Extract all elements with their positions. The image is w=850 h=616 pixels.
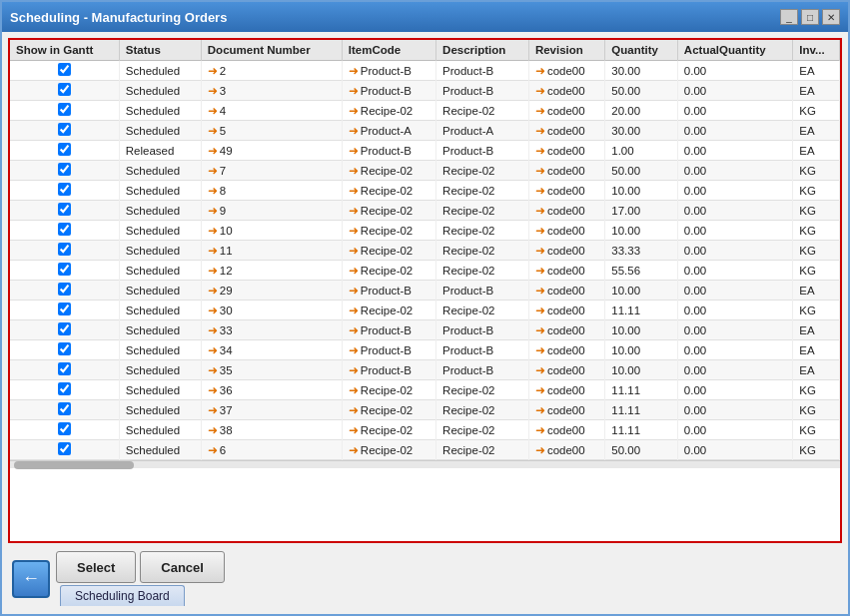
inv-cell: KG bbox=[793, 261, 840, 281]
arrow-icon: ➜ bbox=[535, 265, 545, 277]
show-in-gantt-cell bbox=[10, 440, 119, 460]
quantity-cell: 10.00 bbox=[605, 181, 678, 201]
revision-cell: ➜code00 bbox=[528, 241, 604, 261]
revision-cell: ➜code00 bbox=[528, 181, 604, 201]
gantt-checkbox[interactable] bbox=[58, 83, 71, 96]
arrow-icon: ➜ bbox=[349, 245, 359, 257]
table-row: Released➜49➜Product-BProduct-B➜code001.0… bbox=[10, 141, 840, 161]
doc-number-cell: ➜49 bbox=[201, 141, 342, 161]
quantity-cell: 10.00 bbox=[605, 360, 678, 380]
inv-cell: KG bbox=[793, 181, 840, 201]
inv-cell: KG bbox=[793, 161, 840, 181]
gantt-checkbox[interactable] bbox=[58, 123, 71, 136]
inv-cell: KG bbox=[793, 380, 840, 400]
status-cell: Scheduled bbox=[119, 380, 201, 400]
gantt-checkbox[interactable] bbox=[58, 382, 71, 395]
description-cell: Product-B bbox=[436, 360, 529, 380]
show-in-gantt-cell bbox=[10, 221, 119, 241]
gantt-checkbox[interactable] bbox=[58, 63, 71, 76]
inv-cell: EA bbox=[793, 281, 840, 301]
title-bar: Scheduling - Manufacturing Orders _ □ ✕ bbox=[2, 2, 848, 32]
description-cell: Recipe-02 bbox=[436, 201, 529, 221]
doc-number-cell: ➜5 bbox=[201, 121, 342, 141]
item-code-cell: ➜Recipe-02 bbox=[342, 241, 435, 261]
gantt-checkbox[interactable] bbox=[58, 422, 71, 435]
show-in-gantt-cell bbox=[10, 281, 119, 301]
quantity-cell: 33.33 bbox=[605, 241, 678, 261]
status-cell: Scheduled bbox=[119, 201, 201, 221]
gantt-checkbox[interactable] bbox=[58, 203, 71, 216]
quantity-cell: 11.11 bbox=[605, 400, 678, 420]
description-cell: Recipe-02 bbox=[436, 161, 529, 181]
inv-cell: EA bbox=[793, 340, 840, 360]
gantt-checkbox[interactable] bbox=[58, 342, 71, 355]
status-cell: Scheduled bbox=[119, 281, 201, 301]
description-cell: Product-B bbox=[436, 61, 529, 81]
arrow-icon: ➜ bbox=[535, 285, 545, 297]
table-container: Show in Gantt Status Document Number Ite… bbox=[8, 38, 842, 543]
gantt-checkbox[interactable] bbox=[58, 283, 71, 296]
gantt-checkbox[interactable] bbox=[58, 402, 71, 415]
select-button[interactable]: Select bbox=[56, 551, 136, 583]
arrow-icon: ➜ bbox=[208, 444, 218, 456]
status-cell: Released bbox=[119, 141, 201, 161]
arrow-icon: ➜ bbox=[535, 145, 545, 157]
close-button[interactable]: ✕ bbox=[822, 9, 840, 25]
item-code-cell: ➜Recipe-02 bbox=[342, 201, 435, 221]
arrow-icon: ➜ bbox=[535, 444, 545, 456]
arrow-icon: ➜ bbox=[349, 225, 359, 237]
quantity-cell: 10.00 bbox=[605, 340, 678, 360]
arrow-icon: ➜ bbox=[349, 344, 359, 356]
gantt-checkbox[interactable] bbox=[58, 223, 71, 236]
gantt-checkbox[interactable] bbox=[58, 322, 71, 335]
description-cell: Product-B bbox=[436, 320, 529, 340]
arrow-icon: ➜ bbox=[349, 205, 359, 217]
arrow-icon: ➜ bbox=[349, 85, 359, 97]
description-cell: Recipe-02 bbox=[436, 380, 529, 400]
gantt-checkbox[interactable] bbox=[58, 143, 71, 156]
doc-number-cell: ➜7 bbox=[201, 161, 342, 181]
gantt-checkbox[interactable] bbox=[58, 362, 71, 375]
cancel-button[interactable]: Cancel bbox=[140, 551, 225, 583]
gantt-checkbox[interactable] bbox=[58, 183, 71, 196]
horizontal-scrollbar[interactable] bbox=[10, 460, 840, 468]
revision-cell: ➜code00 bbox=[528, 320, 604, 340]
minimize-button[interactable]: _ bbox=[780, 9, 798, 25]
gantt-checkbox[interactable] bbox=[58, 243, 71, 256]
revision-cell: ➜code00 bbox=[528, 61, 604, 81]
table-row: Scheduled➜10➜Recipe-02Recipe-02➜code0010… bbox=[10, 221, 840, 241]
arrow-icon: ➜ bbox=[208, 305, 218, 316]
table-row: Scheduled➜37➜Recipe-02Recipe-02➜code0011… bbox=[10, 400, 840, 420]
inv-cell: EA bbox=[793, 360, 840, 380]
status-cell: Scheduled bbox=[119, 81, 201, 101]
actual-quantity-cell: 0.00 bbox=[677, 161, 792, 181]
arrow-icon: ➜ bbox=[349, 185, 359, 197]
gantt-checkbox[interactable] bbox=[58, 103, 71, 116]
arrow-icon: ➜ bbox=[208, 285, 218, 297]
gantt-checkbox[interactable] bbox=[58, 263, 71, 276]
arrow-icon: ➜ bbox=[535, 205, 545, 217]
tab-scheduling-board[interactable]: Scheduling Board bbox=[60, 585, 185, 606]
arrow-icon: ➜ bbox=[535, 404, 545, 416]
doc-number-cell: ➜9 bbox=[201, 201, 342, 221]
scroll-thumb[interactable] bbox=[14, 461, 134, 469]
arrow-icon: ➜ bbox=[208, 205, 218, 217]
gantt-checkbox[interactable] bbox=[58, 163, 71, 176]
item-code-cell: ➜Product-B bbox=[342, 320, 435, 340]
gantt-checkbox[interactable] bbox=[58, 303, 71, 315]
gantt-checkbox[interactable] bbox=[58, 442, 71, 455]
inv-cell: EA bbox=[793, 141, 840, 161]
maximize-button[interactable]: □ bbox=[801, 9, 819, 25]
col-header-status: Status bbox=[119, 40, 201, 61]
item-code-cell: ➜Recipe-02 bbox=[342, 101, 435, 121]
doc-number-cell: ➜10 bbox=[201, 221, 342, 241]
status-cell: Scheduled bbox=[119, 61, 201, 81]
status-cell: Scheduled bbox=[119, 320, 201, 340]
show-in-gantt-cell bbox=[10, 161, 119, 181]
arrow-icon: ➜ bbox=[349, 404, 359, 416]
back-button[interactable]: ← bbox=[12, 560, 50, 598]
arrow-icon: ➜ bbox=[349, 364, 359, 376]
table-row: Scheduled➜30➜Recipe-02Recipe-02➜code0011… bbox=[10, 301, 840, 320]
status-cell: Scheduled bbox=[119, 221, 201, 241]
table-row: Scheduled➜8➜Recipe-02Recipe-02➜code0010.… bbox=[10, 181, 840, 201]
